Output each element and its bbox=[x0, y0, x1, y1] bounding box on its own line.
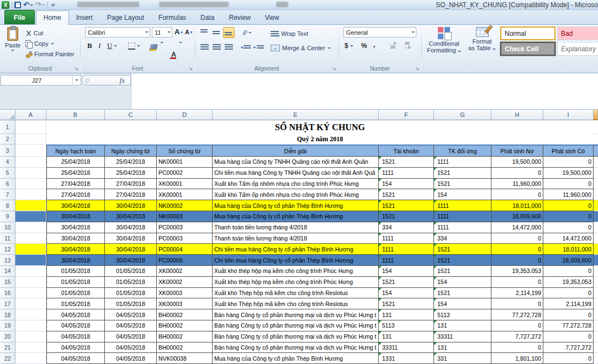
cell-A13[interactable] bbox=[15, 255, 46, 266]
cell-I22[interactable]: 0 bbox=[543, 353, 594, 364]
tab-data[interactable]: Data bbox=[193, 11, 221, 24]
cell-B22[interactable]: 04/05/2018 bbox=[46, 353, 105, 364]
cell-J17[interactable] bbox=[594, 298, 598, 309]
cell-A2[interactable] bbox=[15, 134, 46, 144]
cell-E19[interactable]: Bán hàng Công ty cổ phần thương mại và d… bbox=[213, 320, 379, 331]
font-color-dropdown[interactable] bbox=[179, 42, 182, 44]
cell-F12[interactable]: 1111 bbox=[379, 244, 434, 255]
cell-I9[interactable]: 0 bbox=[543, 211, 594, 222]
cell-A14[interactable] bbox=[15, 266, 46, 277]
cell-B6[interactable]: 27/04/2018 bbox=[46, 179, 105, 190]
style-explanatory[interactable]: Explanatory . bbox=[557, 42, 598, 56]
cell-A7[interactable] bbox=[15, 189, 46, 200]
row-header-5[interactable]: 5 bbox=[0, 168, 15, 179]
merge-center-button[interactable]: ↔ Merge & Center bbox=[271, 43, 331, 53]
cell-H4[interactable]: 19,500,000 bbox=[491, 157, 543, 168]
cell-G20[interactable]: 33311 bbox=[434, 331, 491, 342]
cell-B7[interactable]: 27/04/2018 bbox=[46, 189, 105, 200]
tab-page-layout[interactable]: Page Layout bbox=[100, 11, 151, 24]
cell-H22[interactable]: 1,801,100 bbox=[491, 353, 543, 364]
cell-J20[interactable] bbox=[594, 331, 598, 342]
cell-A15[interactable] bbox=[15, 277, 46, 288]
header-cell-G3[interactable]: TK đối ứng bbox=[434, 144, 491, 157]
cell-F7[interactable]: 1521 bbox=[379, 189, 434, 200]
tab-home[interactable]: Home bbox=[36, 10, 69, 25]
cell-E15[interactable]: Xuất kho thép hộp mạ kẽm cho công trình … bbox=[213, 277, 379, 288]
cell-F22[interactable]: 1331 bbox=[379, 353, 434, 364]
cell-B18[interactable]: 04/05/2018 bbox=[46, 309, 105, 320]
cell-F15[interactable]: 1521 bbox=[379, 277, 434, 288]
column-header-J[interactable] bbox=[594, 110, 598, 120]
cut-button[interactable]: Cut bbox=[25, 28, 43, 38]
cell-E4[interactable]: Mua hàng của Công ty TNHH Quảng cáo nội … bbox=[213, 157, 379, 168]
cell-C16[interactable]: 01/05/2018 bbox=[105, 288, 157, 299]
cell-I6[interactable]: 0 bbox=[543, 179, 594, 190]
cell-I4[interactable]: 0 bbox=[543, 157, 594, 168]
align-center-button[interactable] bbox=[211, 41, 223, 52]
header-cell-I3[interactable]: Phát sinh Có bbox=[543, 144, 594, 157]
cell-A20[interactable] bbox=[15, 331, 46, 342]
cell-H11[interactable]: 0 bbox=[491, 233, 543, 244]
cell-J3[interactable] bbox=[594, 144, 598, 157]
cell-D15[interactable]: XK00002 bbox=[157, 277, 213, 288]
number-format-combo[interactable]: General bbox=[343, 27, 416, 38]
cell-A16[interactable] bbox=[15, 288, 46, 299]
cell-I16[interactable]: 0 bbox=[543, 288, 594, 299]
cell-F11[interactable]: 1111 bbox=[379, 233, 434, 244]
cell-G15[interactable]: 154 bbox=[434, 277, 491, 288]
cell-J14[interactable] bbox=[594, 266, 598, 277]
cell-B2-merged-subtitle[interactable]: Quý 2 năm 2018 bbox=[46, 134, 594, 144]
name-box[interactable]: J27 bbox=[1, 75, 81, 85]
cell-C22[interactable]: 04/05/2018 bbox=[105, 353, 157, 364]
cell-D5[interactable]: PC00002 bbox=[157, 168, 213, 179]
column-header-F[interactable]: F bbox=[379, 110, 434, 120]
cell-F9[interactable]: 1521 bbox=[379, 211, 434, 222]
cell-J11[interactable] bbox=[594, 233, 598, 244]
cell-G6[interactable]: 1521 bbox=[434, 179, 491, 190]
cell-H16[interactable]: 2,114,199 bbox=[491, 288, 543, 299]
cell-D11[interactable]: PC00003 bbox=[157, 233, 213, 244]
cell-J1[interactable] bbox=[594, 120, 598, 134]
cell-I18[interactable]: 0 bbox=[543, 309, 594, 320]
bold-button[interactable]: B bbox=[87, 41, 92, 50]
cell-H9[interactable]: 18,009,600 bbox=[491, 211, 543, 222]
cell-A10[interactable] bbox=[15, 222, 46, 233]
cell-C21[interactable]: 04/05/2018 bbox=[105, 342, 157, 354]
cell-F17[interactable]: 1521 bbox=[379, 298, 434, 309]
underline-button[interactable]: U bbox=[107, 41, 117, 50]
row-header-15[interactable]: 15 bbox=[0, 277, 15, 288]
cell-B15[interactable]: 01/05/2018 bbox=[46, 277, 105, 288]
insert-function-button[interactable]: fx bbox=[82, 75, 131, 85]
cell-E5[interactable]: Chi tiền mua hàng Công ty TNHH Quảng cáo… bbox=[213, 168, 379, 179]
column-header-H[interactable]: H bbox=[491, 110, 543, 120]
cell-C11[interactable]: 30/04/2018 bbox=[105, 233, 157, 244]
cell-C15[interactable]: 01/05/2018 bbox=[105, 277, 157, 288]
cell-E16[interactable]: Xuất kho Thép hộp mã kẽm cho công trình … bbox=[213, 288, 379, 299]
cell-B1-merged-title[interactable]: SỔ NHẬT KÝ CHUNG bbox=[46, 120, 594, 134]
style-bad[interactable]: Bad bbox=[557, 26, 598, 40]
cell-E12[interactable]: Chi tiền mua hàng Công ty cổ phần Thép B… bbox=[213, 244, 379, 255]
cell-I12[interactable]: 18,011,000 bbox=[543, 244, 594, 255]
cell-F14[interactable]: 154 bbox=[379, 266, 434, 277]
cell-B11[interactable]: 30/04/2018 bbox=[46, 233, 105, 244]
row-header-13[interactable]: 13 bbox=[0, 255, 15, 266]
format-as-table-button[interactable]: Formatas Table bbox=[466, 27, 498, 51]
cell-A18[interactable] bbox=[15, 309, 46, 320]
cell-I11[interactable]: 14,472,000 bbox=[543, 233, 594, 244]
cell-A3[interactable] bbox=[15, 144, 46, 157]
cell-H7[interactable]: 0 bbox=[491, 189, 543, 200]
cell-D17[interactable]: XK00003 bbox=[157, 298, 213, 309]
row-header-1[interactable]: 1 bbox=[0, 120, 15, 134]
row-header-17[interactable]: 17 bbox=[0, 298, 15, 309]
cell-C8[interactable]: 30/04/2018 bbox=[105, 200, 157, 211]
cell-G10[interactable]: 1111 bbox=[434, 222, 491, 233]
cell-A1[interactable] bbox=[15, 120, 46, 134]
cell-C9[interactable]: 30/04/2018 bbox=[105, 211, 157, 222]
cell-A5[interactable] bbox=[15, 168, 46, 179]
cell-B10[interactable]: 30/04/2018 bbox=[46, 222, 105, 233]
cell-J21[interactable] bbox=[594, 342, 598, 354]
cell-H18[interactable]: 77,272,728 bbox=[491, 309, 543, 320]
cell-E6[interactable]: Xuất kho Tấm ốp nhôm nhựa cho công trình… bbox=[213, 179, 379, 190]
cell-D16[interactable]: XK00003 bbox=[157, 288, 213, 299]
cell-J18[interactable] bbox=[594, 309, 598, 320]
